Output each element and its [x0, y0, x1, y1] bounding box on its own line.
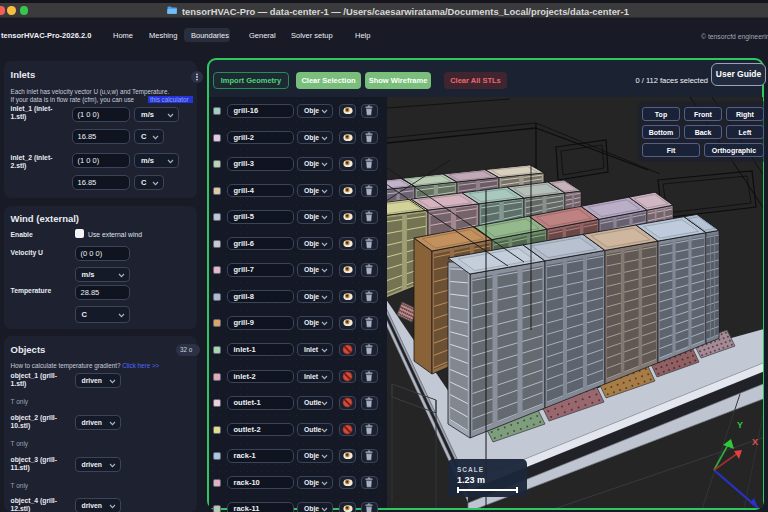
- svg-text:X: X: [752, 437, 758, 447]
- svg-text:Y: Y: [737, 420, 743, 430]
